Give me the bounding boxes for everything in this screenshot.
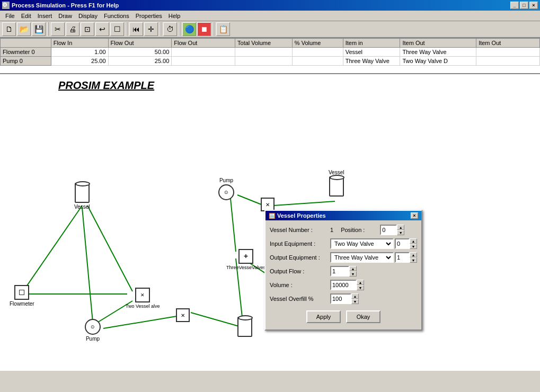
tool6[interactable]: ↩ <box>95 22 109 36</box>
menu-file[interactable]: File <box>2 12 18 20</box>
vessel-overfill-input[interactable] <box>330 293 351 304</box>
print-button[interactable]: 🖨 <box>66 22 79 36</box>
input-equipment-num-spin: ▲ ▼ <box>395 238 417 249</box>
apply-button[interactable]: Apply <box>306 310 341 323</box>
output-flow-up-button[interactable]: ▲ <box>349 266 357 271</box>
input-equipment-row: Input Equipment : Two Way Valve Three Wa… <box>270 238 417 249</box>
menu-bar: File Edit Insert Draw Display Functions … <box>0 11 540 21</box>
output-equipment-down-button[interactable]: ▼ <box>410 257 417 263</box>
pump2-label: Pump <box>86 336 100 342</box>
vessel-overfill-row: Vessel Overfill % ▲ ▼ <box>270 293 417 304</box>
dialog-icon: 🪟 <box>269 213 275 219</box>
cell-flowout1-0: 50.00 <box>108 48 172 57</box>
save-button[interactable]: 💾 <box>32 22 46 36</box>
separator4 <box>179 22 180 36</box>
col-header-flowout1: Flow Out <box>108 39 172 48</box>
dialog-title-text: Vessel Properties <box>277 212 326 219</box>
position-input[interactable] <box>380 225 397 235</box>
main-canvas: PROSIM EXAMPLE Vessel Vessel Pump ⊙ ✕ Fl… <box>0 74 540 371</box>
input-equipment-select-group: Two Way Valve Three Way Valve Pump Flowm… <box>330 238 417 249</box>
cell-pctvol-0 <box>292 48 343 57</box>
output-flow-down-button[interactable]: ▼ <box>349 271 357 277</box>
cell-flowout2-1 <box>172 57 235 66</box>
window-controls: _ □ × <box>510 2 538 9</box>
position-spin: ▲ ▼ <box>380 225 404 235</box>
new-button[interactable]: 🗋 <box>2 22 16 36</box>
cut-button[interactable]: ✂ <box>51 22 65 36</box>
output-flow-spin-buttons: ▲ ▼ <box>349 266 357 277</box>
cell-totalvol-1 <box>235 57 293 66</box>
three-valve-label: ThreeVesseValves <box>226 265 265 270</box>
output-equipment-select[interactable]: Three Way Valve Two Way Valve Pump Vesse… <box>330 252 394 263</box>
cell-itemout2-1 <box>476 57 540 66</box>
vessel-number-row: Vessel Number : 1 Position : ▲ ▼ <box>270 225 417 235</box>
menu-help[interactable]: Help <box>165 12 184 20</box>
tool9[interactable]: ✛ <box>144 22 158 36</box>
svg-line-10 <box>273 201 335 206</box>
menu-edit[interactable]: Edit <box>18 12 34 20</box>
cell-flowout2-0 <box>172 48 235 57</box>
minimize-button[interactable]: _ <box>510 2 519 9</box>
output-equipment-num-input[interactable] <box>395 252 410 263</box>
input-equipment-select[interactable]: Two Way Valve Three Way Valve Pump Flowm… <box>330 238 394 249</box>
close-button[interactable]: × <box>529 2 538 9</box>
output-flow-row: Output Flow : ▲ ▼ <box>270 266 417 277</box>
menu-properties[interactable]: Properties <box>132 12 165 20</box>
svg-line-2 <box>82 208 93 322</box>
position-down-button[interactable]: ▼ <box>397 230 404 235</box>
valve4-component: ✕ <box>176 308 190 322</box>
vessel-overfill-up-button[interactable]: ▲ <box>351 293 359 299</box>
volume-up-button[interactable]: ▲ <box>357 280 364 285</box>
input-equipment-num-input[interactable] <box>395 238 410 249</box>
input-equipment-label: Input Equipment : <box>270 240 328 247</box>
menu-functions[interactable]: Functions <box>101 12 132 20</box>
tool8[interactable]: ⏮ <box>129 22 143 36</box>
volume-input[interactable] <box>330 280 357 290</box>
stop-button[interactable]: ⏹ <box>197 22 211 36</box>
pump2-component: ⊙ Pump <box>85 319 101 342</box>
output-equipment-select-group: Three Way Valve Two Way Valve Pump Vesse… <box>330 252 417 263</box>
tool7[interactable]: ☐ <box>110 22 124 36</box>
open-button[interactable]: 📂 <box>17 22 31 36</box>
vessel-overfill-spin-buttons: ▲ ▼ <box>351 293 359 304</box>
volume-down-button[interactable]: ▼ <box>357 285 364 290</box>
col-header-flowin: Flow In <box>51 39 108 48</box>
position-spin-buttons: ▲ ▼ <box>397 225 404 235</box>
output-flow-spin: ▲ ▼ <box>330 266 357 277</box>
title-bar: ⚙ Process Simulation - Press F1 for Help… <box>0 0 540 11</box>
tool5[interactable]: ⊡ <box>81 22 94 36</box>
col-header-itemout1: Item Out <box>400 39 476 48</box>
tool10[interactable]: ⏱ <box>163 22 177 36</box>
input-equipment-spin-buttons: ▲ ▼ <box>410 238 417 249</box>
col-header-pctvol: % Volume <box>292 39 343 48</box>
output-equipment-row: Output Equipment : Three Way Valve Two W… <box>270 252 417 263</box>
input-equipment-down-button[interactable]: ▼ <box>410 244 417 249</box>
vessel-overfill-spin: ▲ ▼ <box>330 293 359 304</box>
menu-display[interactable]: Display <box>75 12 101 20</box>
maximize-button[interactable]: □ <box>520 2 528 9</box>
vessel-overfill-label: Vessel Overfill % <box>270 296 328 302</box>
col-header-name <box>1 39 51 48</box>
two-valve1-component: ✕ Two Vessel alve <box>126 288 160 309</box>
vessel-number-label: Vessel Number : <box>270 227 328 233</box>
output-flow-input[interactable] <box>330 266 349 277</box>
dialog-title-bar: 🪟 Vessel Properties × <box>265 211 421 220</box>
separator1 <box>48 22 49 36</box>
dialog-close-button[interactable]: × <box>411 212 418 219</box>
cell-itemin-1: Three Way Valve <box>343 57 400 66</box>
menu-draw[interactable]: Draw <box>55 12 75 20</box>
output-equipment-up-button[interactable]: ▲ <box>410 252 417 257</box>
row-label-0: Flowmeter 0 <box>1 48 51 57</box>
tool11[interactable]: 🔵 <box>182 22 196 36</box>
vessel-number-value: 1 <box>330 227 333 233</box>
vessel-overfill-down-button[interactable]: ▼ <box>351 299 359 304</box>
tool12[interactable]: 📋 <box>216 22 230 36</box>
okay-button[interactable]: Okay <box>346 310 380 323</box>
cell-itemin-0: Vessel <box>343 48 400 57</box>
input-equipment-up-button[interactable]: ▲ <box>410 238 417 244</box>
menu-insert[interactable]: Insert <box>34 12 56 20</box>
app-icon: ⚙ <box>2 2 10 9</box>
position-up-button[interactable]: ▲ <box>397 225 404 230</box>
toolbar: 🗋 📂 💾 ✂ 🖨 ⊡ ↩ ☐ ⏮ ✛ ⏱ 🔵 ⏹ 📋 <box>0 21 540 38</box>
separator3 <box>160 22 161 36</box>
